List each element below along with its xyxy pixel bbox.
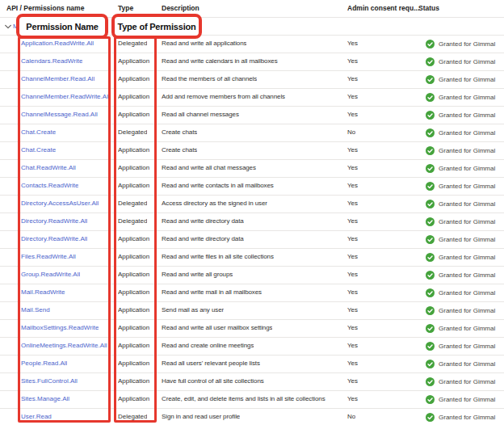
column-header-description: Description [162, 0, 200, 17]
api-group-label[interactable]: M [13, 18, 19, 35]
table-row: Mail.ReadWrite Application Read and writ… [0, 284, 504, 302]
permission-name-link[interactable]: Chat.Create [21, 124, 56, 141]
permission-name-link[interactable]: Mail.ReadWrite [21, 284, 65, 301]
status-cell: Granted for Gimmal [426, 320, 495, 337]
admin-consent-required: Yes [347, 284, 358, 301]
admin-consent-required: Yes [347, 107, 358, 123]
chevron-down-icon[interactable] [4, 23, 12, 31]
admin-consent-required: Yes [347, 338, 358, 354]
permission-name-link[interactable]: OnlineMeetings.ReadWrite.All [21, 338, 107, 354]
permission-type: Application [118, 160, 149, 176]
permission-name-link[interactable]: People.Read.All [21, 356, 67, 372]
permission-description: Read and write directory data [162, 213, 244, 229]
status-cell: Granted for Gimmal [426, 178, 495, 195]
permission-name-link[interactable]: Calendars.ReadWrite [21, 53, 82, 69]
permission-type: Application [118, 373, 149, 389]
permission-description: Read and create online meetings [162, 338, 254, 354]
permission-description: Send mail as any user [162, 302, 224, 318]
status-text: Granted for Gimmal [439, 36, 495, 53]
permission-type: Application [118, 267, 149, 283]
admin-consent-required: Yes [347, 267, 358, 283]
permission-name-link[interactable]: Directory.ReadWrite.All [21, 231, 87, 247]
status-text: Granted for Gimmal [439, 179, 495, 195]
permission-type: Application [118, 231, 149, 247]
permission-type: Delegated [118, 124, 147, 141]
permission-name-link[interactable]: Files.ReadWrite.All [21, 249, 76, 265]
permission-name-link[interactable]: User.Read [21, 409, 52, 425]
table-row: People.Read.All Application Read all use… [0, 356, 504, 373]
granted-check-icon [426, 40, 435, 48]
permission-type: Application [118, 71, 149, 87]
table-row: Contacts.ReadWrite Application Read and … [0, 178, 504, 196]
table-row: Sites.Manage.All Application Create, edi… [0, 391, 504, 409]
granted-check-icon [426, 271, 435, 280]
permission-type: Application [118, 53, 149, 69]
status-text: Granted for Gimmal [439, 232, 495, 248]
granted-check-icon [426, 306, 435, 315]
permission-type: Application [118, 320, 149, 336]
permission-description: Read and write calendars in all mailboxe… [162, 53, 278, 69]
admin-consent-required: Yes [347, 71, 358, 87]
admin-consent-required: Yes [347, 53, 358, 69]
permission-type: Application [118, 356, 149, 372]
status-cell: Granted for Gimmal [426, 267, 495, 284]
status-cell: Granted for Gimmal [426, 409, 495, 425]
status-cell: Granted for Gimmal [426, 213, 495, 230]
granted-check-icon [426, 200, 435, 208]
admin-consent-required: Yes [347, 373, 358, 389]
status-cell: Granted for Gimmal [426, 142, 495, 159]
status-text: Granted for Gimmal [439, 392, 495, 408]
column-header-type: Type [118, 0, 133, 17]
granted-check-icon [426, 111, 435, 120]
admin-consent-required: Yes [347, 302, 358, 318]
granted-check-icon [426, 217, 435, 226]
status-text: Granted for Gimmal [439, 107, 495, 124]
table-row: Calendars.ReadWrite Application Read and… [0, 53, 504, 71]
table-row: Chat.Create Application Create chats Yes… [0, 142, 504, 160]
permission-type: Application [118, 89, 149, 105]
status-text: Granted for Gimmal [439, 161, 495, 177]
permission-name-link[interactable]: ChannelMessage.Read.All [21, 107, 98, 123]
permission-type: Application [118, 107, 149, 123]
permission-name-link[interactable]: ChannelMember.Read.All [21, 71, 94, 87]
permission-name-link[interactable]: Directory.ReadWrite.All [21, 213, 87, 229]
table-row: Mail.Send Application Send mail as any u… [0, 302, 504, 320]
permission-name-link[interactable]: Mail.Send [21, 302, 50, 318]
permission-name-link[interactable]: Chat.Create [21, 142, 56, 158]
permission-name-link[interactable]: MailboxSettings.ReadWrite [21, 320, 99, 336]
status-text: Granted for Gimmal [439, 250, 495, 266]
permission-description: Create chats [162, 124, 197, 141]
permission-name-link[interactable]: Application.ReadWrite.All [21, 36, 94, 52]
permission-description: Read all channel messages [162, 107, 239, 123]
table-row: Directory.ReadWrite.All Application Read… [0, 231, 504, 249]
permission-type: Delegated [118, 36, 147, 52]
status-cell: Granted for Gimmal [426, 71, 495, 88]
permission-name-link[interactable]: ChannelMember.ReadWrite.All [21, 89, 108, 105]
column-header-status: Status [418, 0, 439, 17]
permission-description: Create chats [162, 142, 197, 158]
granted-check-icon [426, 146, 435, 155]
status-text: Granted for Gimmal [439, 410, 495, 425]
permission-description: Read and write all groups [162, 267, 233, 283]
status-text: Granted for Gimmal [439, 143, 495, 159]
permission-name-link[interactable]: Contacts.ReadWrite [21, 178, 78, 194]
permission-description: Read and write all applications [162, 36, 246, 52]
status-cell: Granted for Gimmal [426, 231, 495, 248]
permission-name-link[interactable]: Group.ReadWrite.All [21, 267, 80, 283]
status-cell: Granted for Gimmal [426, 196, 495, 212]
granted-check-icon [426, 377, 435, 386]
admin-consent-required: Yes [347, 142, 358, 158]
permission-name-link[interactable]: Sites.Manage.All [21, 391, 69, 407]
permission-name-link[interactable]: Directory.AccessAsUser.All [21, 196, 99, 212]
status-text: Granted for Gimmal [439, 339, 495, 355]
table-body: Application.ReadWrite.All Delegated Read… [0, 36, 504, 425]
permission-name-link[interactable]: Chat.ReadWrite.All [21, 160, 76, 176]
permission-type: Application [118, 284, 149, 301]
status-text: Granted for Gimmal [439, 90, 495, 106]
granted-check-icon [426, 57, 435, 66]
admin-consent-required: Yes [347, 36, 358, 52]
permission-description: Access directory as the signed in user [162, 196, 267, 212]
table-row: ChannelMember.Read.All Application Read … [0, 71, 504, 89]
permission-name-link[interactable]: Sites.FullControl.All [21, 373, 78, 389]
granted-check-icon [426, 288, 435, 297]
